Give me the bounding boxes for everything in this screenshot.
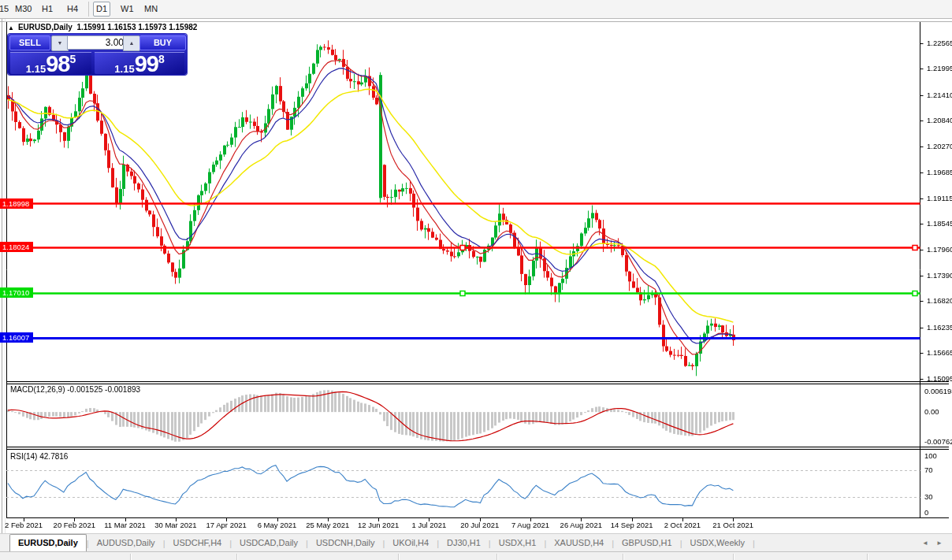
- macd-values: -0.001525 -0.001893: [67, 385, 140, 394]
- hline-price-chip: 1.18024: [0, 242, 33, 252]
- date-axis-label: 2 Feb 2021: [0, 521, 51, 529]
- sell-price-button[interactable]: 1.15985: [10, 52, 91, 74]
- rsi-value: 42.7816: [39, 452, 68, 461]
- chart-symbol-label: EURUSD,Daily: [18, 23, 73, 32]
- macd-axis-min: -0.00762: [924, 437, 952, 446]
- date-axis-label: 2 Oct 2021: [655, 521, 710, 529]
- price-axis-tick: 1.15095: [927, 374, 952, 383]
- tab-scroll-arrows[interactable]: ◄ ►: [922, 540, 946, 547]
- buy-button[interactable]: BUY: [139, 35, 186, 50]
- chart-tab-audusd[interactable]: AUDUSD,Daily: [89, 535, 163, 551]
- status-bar-divider: [733, 554, 734, 560]
- timeframe-button-m30[interactable]: M30: [13, 2, 34, 16]
- date-axis-label: 21 Oct 2021: [705, 521, 760, 529]
- status-bar-divider: [867, 554, 868, 560]
- date-axis-label: 26 Aug 2021: [553, 521, 608, 529]
- chart-tab-eurusd[interactable]: EURUSD,Daily: [9, 534, 87, 552]
- price-axis-tick: 1.17390: [927, 271, 952, 280]
- date-axis-label: 20 Jul 2021: [452, 521, 508, 529]
- date-axis-label: 6 May 2021: [250, 521, 305, 529]
- rsi-name: RSI(14): [10, 452, 37, 461]
- timeframe-button-d1[interactable]: D1: [93, 2, 110, 17]
- date-axis-label: 20 Feb 2021: [46, 521, 102, 529]
- buy-price-prefix: 1.15: [114, 63, 134, 75]
- volume-decrease-button[interactable]: ▼: [51, 35, 69, 51]
- rsi-axis-tick: 70: [924, 465, 933, 474]
- hline-price-chip: 1.16007: [0, 332, 33, 343]
- date-axis-label: 14 Sep 2021: [604, 521, 660, 529]
- status-bar-divider: [623, 554, 623, 560]
- price-axis-tick: 1.19685: [927, 168, 952, 176]
- hline-price-chip: 1.18998: [0, 198, 33, 209]
- timeframe-button-h1[interactable]: H1: [39, 2, 55, 16]
- date-axis-label: 12 Jun 2021: [351, 521, 406, 529]
- chart-header: ▲EURUSD,Daily 1.15991 1.16153 1.15973 1.…: [8, 23, 197, 32]
- timeframe-button-h4[interactable]: H4: [65, 2, 80, 16]
- date-axis-label: 7 Aug 2021: [503, 521, 558, 529]
- price-axis-tick: 1.19115: [927, 194, 952, 202]
- date-axis-label: 30 Mar 2021: [148, 521, 203, 529]
- date-axis-label: 11 Mar 2021: [98, 521, 153, 529]
- price-axis-tick: 1.22565: [927, 39, 952, 47]
- price-axis-tick: 1.17960: [927, 245, 952, 254]
- date-axis-label: 25 May 2021: [300, 521, 355, 529]
- buy-price-button[interactable]: 1.15998: [95, 52, 184, 74]
- price-axis-tick: 1.20840: [927, 116, 952, 124]
- sell-price-pip: 5: [69, 53, 76, 65]
- chart-tab-gbpusd[interactable]: GBPUSD,H1: [614, 535, 680, 551]
- status-bar-divider: [130, 554, 131, 560]
- price-axis-tick: 1.15665: [927, 348, 952, 357]
- timeframe-button-15[interactable]: 15: [0, 2, 11, 16]
- chart-tab-usdchf[interactable]: USDCHF,H4: [165, 535, 229, 551]
- rsi-axis-tick: 30: [924, 492, 933, 501]
- status-bar-divider: [236, 554, 237, 560]
- macd-name: MACD(12,26,9): [10, 385, 65, 394]
- volume-input[interactable]: 3.00: [67, 35, 128, 50]
- chart-tab-usdcad[interactable]: USDCAD,Daily: [232, 535, 306, 551]
- buy-price-main: 99: [135, 51, 158, 76]
- price-axis-tick: 1.16820: [927, 296, 952, 305]
- rsi-indicator-label: RSI(14) 42.7816: [10, 452, 68, 461]
- chart-tab-xauusd[interactable]: XAUUSD,H4: [546, 535, 612, 551]
- one-click-trade-widget: SELL ▼ 3.00 ▲ BUY 1.15985 1.15998: [8, 34, 187, 75]
- toolbar-separator: [88, 2, 89, 17]
- price-axis-tick: 1.21410: [927, 91, 952, 99]
- price-axis-tick: 1.20270: [927, 142, 952, 150]
- price-axis-tick: 1.21995: [927, 64, 952, 72]
- rsi-axis-tick: 0: [924, 508, 928, 517]
- timeframe-toolbar: 15M30H1H4D1W1MN: [0, 0, 952, 19]
- timeframe-button-mn[interactable]: MN: [142, 2, 160, 16]
- sell-price-main: 98: [46, 51, 69, 76]
- symbol-tab-bar: EURUSD,Daily|AUDUSD,Daily|USDCHF,H4|USDC…: [0, 533, 952, 552]
- mt4-terminal: 15M30H1H4D1W1MN ▲EURUSD,Daily 1.15991 1.…: [0, 0, 952, 560]
- macd-indicator-label: MACD(12,26,9) -0.001525 -0.001893: [10, 385, 140, 394]
- chart-tab-dj30[interactable]: DJ30,H1: [439, 535, 489, 551]
- status-bar-divider: [496, 554, 497, 560]
- status-bar: [0, 551, 952, 560]
- buy-price-pip: 8: [158, 53, 165, 65]
- chart-tab-usdcnh[interactable]: USDCNH,Daily: [308, 535, 383, 551]
- rsi-axis-tick: 100: [924, 451, 937, 460]
- status-bar-divider: [398, 554, 399, 560]
- macd-axis-zero: 0.00: [924, 407, 939, 416]
- chart-tab-ukoil[interactable]: UKOil,H4: [385, 535, 437, 551]
- sell-button[interactable]: SELL: [9, 35, 50, 50]
- date-axis-label: 1 Jul 2021: [401, 521, 456, 529]
- price-axis-tick: 1.18545: [927, 219, 952, 228]
- sell-price-prefix: 1.15: [26, 63, 46, 75]
- tab-separator: |: [753, 539, 755, 548]
- collapse-triangle-icon[interactable]: ▲: [8, 24, 14, 32]
- macd-axis-max: 0.006193: [924, 387, 952, 395]
- price-axis-tick: 1.16235: [927, 323, 952, 332]
- date-axis-label: 17 Apr 2021: [199, 521, 254, 529]
- window-frame-left: [2, 19, 6, 551]
- volume-increase-button[interactable]: ▲: [123, 35, 140, 51]
- chart-ohlc-values: 1.15991 1.16153 1.15973 1.15982: [76, 23, 197, 32]
- chart-canvas[interactable]: [0, 0, 952, 560]
- chart-tab-usdx[interactable]: USDX,H1: [491, 535, 545, 551]
- hline-price-chip: 1.17010: [0, 287, 33, 298]
- timeframe-button-w1[interactable]: W1: [118, 2, 136, 16]
- chart-tab-usdx[interactable]: USDX,Weekly: [682, 535, 753, 551]
